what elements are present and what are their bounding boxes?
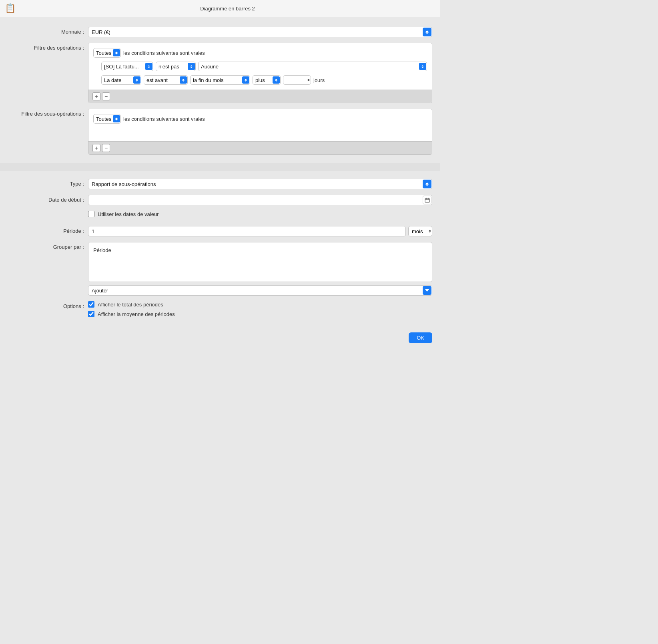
- utiliser-dates-control: Utiliser les dates de valeur: [88, 211, 432, 220]
- date-debut-control: [88, 195, 432, 205]
- remove-sous-filter-btn[interactable]: −: [102, 144, 110, 152]
- jours-input[interactable]: [283, 75, 311, 85]
- option2-row: Afficher la moyenne des périodes: [88, 311, 432, 317]
- filter-operations-toolbar: + −: [88, 90, 432, 103]
- periode-label: Période :: [8, 226, 88, 234]
- grouper-box: Période: [88, 242, 432, 282]
- options-row: Options : Afficher le total des périodes…: [0, 301, 440, 320]
- filtre-sous-operations-container: Toutes les conditions suivantes sont vra…: [88, 109, 432, 155]
- date-operator-wrapper: est avant: [144, 75, 188, 85]
- date-field-wrapper: La date: [101, 75, 141, 85]
- ok-button-row: OK: [0, 326, 440, 350]
- type-row: Type : Rapport de sous-opérations: [0, 179, 440, 189]
- periode-input-row: mois: [88, 226, 432, 236]
- filter-condition-row: Toutes les conditions suivantes sont vra…: [93, 48, 427, 58]
- main-content: Monnaie : EUR (€) Filtre des opérations …: [0, 17, 440, 359]
- date-period-select[interactable]: la fin du mois: [190, 75, 250, 85]
- grouper-par-label: Grouper par :: [8, 242, 88, 250]
- utiliser-dates-checkbox-row: Utiliser les dates de valeur: [88, 211, 432, 217]
- type-control: Rapport de sous-opérations: [88, 179, 432, 189]
- options-label: Options :: [8, 301, 88, 309]
- value-select-wrapper: Aucune: [198, 62, 427, 71]
- condition-text: les conditions suivantes sont vraies: [123, 50, 205, 56]
- remove-filter-btn[interactable]: −: [102, 92, 110, 100]
- utiliser-dates-checkbox[interactable]: [88, 211, 94, 217]
- ok-button[interactable]: OK: [409, 332, 432, 343]
- filter-field-row2: La date est avant: [93, 75, 427, 85]
- filtre-sous-operations-row: Filtre des sous-opérations : Toutes: [0, 109, 440, 155]
- calendar-icon[interactable]: [423, 196, 431, 204]
- filter-sous-operations-toolbar: + −: [88, 141, 432, 154]
- periode-input[interactable]: [88, 226, 406, 236]
- toutes2-select-wrapper: Toutes: [93, 114, 121, 124]
- type-label: Type :: [8, 179, 88, 187]
- monnaie-row: Monnaie : EUR (€): [0, 27, 440, 37]
- date-period-wrapper: la fin du mois: [190, 75, 250, 85]
- operator-select[interactable]: n'est pas: [156, 62, 196, 71]
- date-debut-label: Date de début :: [8, 195, 88, 203]
- monnaie-select[interactable]: EUR (€): [88, 27, 432, 37]
- jours-wrapper: [283, 75, 311, 85]
- sous-condition-text: les conditions suivantes sont vraies: [123, 116, 205, 122]
- periode-row: Période : mois: [0, 226, 440, 236]
- ajouter-select-wrapper: Ajouter: [88, 285, 432, 296]
- date-operator-select[interactable]: est avant: [144, 75, 188, 85]
- date-input-wrapper: [88, 195, 432, 205]
- operator-select-wrapper: n'est pas: [156, 62, 196, 71]
- grouper-par-row: Grouper par : Période Ajouter: [0, 242, 440, 296]
- options-control: Afficher le total des périodes Afficher …: [88, 301, 432, 320]
- filtre-sous-operations-control: Toutes les conditions suivantes sont vra…: [88, 109, 432, 155]
- filtre-operations-inner: Toutes les conditions suivantes sont vra…: [88, 43, 432, 90]
- option1-label: Afficher le total des périodes: [98, 302, 163, 308]
- periode-unit-wrapper: mois: [408, 226, 432, 236]
- toutes-select[interactable]: Toutes: [93, 48, 121, 58]
- monnaie-label: Monnaie :: [8, 27, 88, 35]
- svg-rect-0: [425, 198, 429, 202]
- option1-row: Afficher le total des périodes: [88, 301, 432, 308]
- monnaie-control: EUR (€): [88, 27, 432, 37]
- type-select[interactable]: Rapport de sous-opérations: [88, 179, 432, 189]
- filtre-sous-operations-inner: Toutes les conditions suivantes sont vra…: [88, 109, 432, 141]
- toutes-select-wrapper: Toutes: [93, 48, 121, 58]
- date-field-select[interactable]: La date: [101, 75, 141, 85]
- field-select[interactable]: [SO] La factu...: [101, 62, 153, 71]
- add-sous-filter-btn[interactable]: +: [92, 144, 100, 152]
- option2-label: Afficher la moyenne des périodes: [98, 311, 175, 317]
- plus-wrapper: plus: [253, 75, 281, 85]
- grouper-item-periode: Période: [93, 246, 427, 254]
- plus-select[interactable]: plus: [253, 75, 281, 85]
- option2-checkbox[interactable]: [88, 311, 94, 317]
- title-bar: 📋 Diagramme en barres 2: [0, 0, 440, 17]
- monnaie-select-wrapper: EUR (€): [88, 27, 432, 37]
- sous-condition-row: Toutes les conditions suivantes sont vra…: [93, 114, 427, 124]
- jours-label: jours: [313, 77, 325, 83]
- periode-unit-select[interactable]: mois: [408, 226, 432, 236]
- date-input[interactable]: [88, 195, 432, 205]
- section-divider: [0, 163, 440, 171]
- add-filter-btn[interactable]: +: [92, 92, 100, 100]
- option1-checkbox[interactable]: [88, 301, 94, 308]
- app-icon: 📋: [5, 3, 16, 14]
- grouper-par-control: Période Ajouter: [88, 242, 432, 296]
- utiliser-dates-row: Utiliser les dates de valeur: [0, 211, 440, 220]
- filtre-sous-operations-label: Filtre des sous-opérations :: [8, 109, 88, 117]
- periode-control: mois: [88, 226, 432, 236]
- value-select[interactable]: Aucune: [198, 62, 427, 71]
- toutes2-select[interactable]: Toutes: [93, 114, 121, 124]
- date-debut-row: Date de début :: [0, 195, 440, 205]
- filter-field-row1: [SO] La factu... n'est pas: [93, 62, 427, 71]
- type-select-wrapper: Rapport de sous-opérations: [88, 179, 432, 189]
- window-title: Diagramme en barres 2: [20, 6, 435, 12]
- field-select-wrapper: [SO] La factu...: [101, 62, 153, 71]
- filtre-operations-control: Toutes les conditions suivantes sont vra…: [88, 43, 432, 103]
- filtre-operations-container: Toutes les conditions suivantes sont vra…: [88, 43, 432, 103]
- ajouter-select[interactable]: Ajouter: [88, 285, 432, 296]
- utiliser-dates-label: Utiliser les dates de valeur: [98, 211, 158, 217]
- filtre-operations-row: Filtre des opérations : Toutes: [0, 43, 440, 103]
- filtre-operations-label: Filtre des opérations :: [8, 43, 88, 51]
- utiliser-dates-empty-label: [8, 211, 88, 213]
